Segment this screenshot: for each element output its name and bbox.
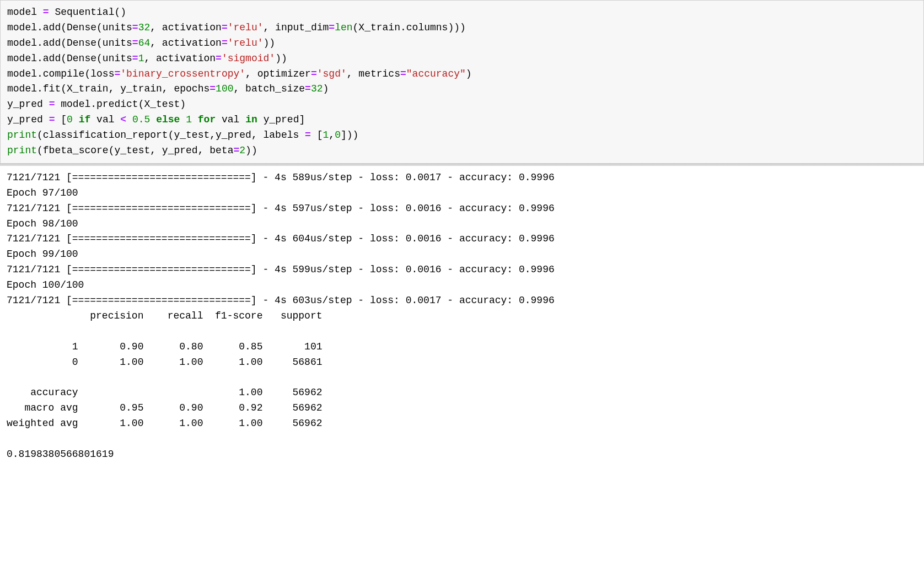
code-token: = [305,130,311,141]
code-token: model.add(Dense(units [7,22,132,33]
code-token [126,114,132,125]
code-token: [ [311,130,323,141]
code-token: in [245,114,257,125]
code-token: , metrics [347,68,400,79]
training-log-line: Epoch 100/100 [7,278,917,293]
code-token: for [198,114,216,125]
classification-report-row [7,324,917,340]
classification-report-row: 0 1.00 1.00 1.00 56861 [7,355,917,370]
code-token: 'sgd' [317,68,347,79]
code-token: else [156,114,180,125]
code-token: y_pred [7,99,49,110]
code-token: = [132,22,138,33]
code-token: print [7,130,37,141]
code-token: = [43,7,49,18]
code-token: = [132,53,138,64]
code-token: 1 [323,130,329,141]
code-line: model.compile(loss='binary_crossentropy'… [7,67,917,82]
code-line: model.add(Dense(units=64, activation='re… [7,36,917,51]
code-token: 'relu' [228,37,264,48]
code-token: = [222,22,228,33]
code-token [180,114,186,125]
fbeta-score-value: 0.8198380566801619 [7,447,917,462]
code-token: model.add(Dense(units [7,53,132,64]
code-token [192,114,198,125]
code-token: )) [264,37,276,48]
code-token: 0.5 [132,114,150,125]
training-log-line: Epoch 98/100 [7,217,917,232]
code-token: = [114,68,120,79]
code-token: = [209,83,216,94]
code-line: y_pred = [0 if val < 0.5 else 1 for val … [7,112,917,128]
code-token: 32 [138,22,151,33]
code-token: model.predict(X_test) [55,99,186,110]
code-token: len [335,22,352,33]
training-log-line: 7121/7121 [=============================… [7,170,917,186]
code-token: (fbeta_score(y_test, y_pred, beta [37,145,233,156]
code-token: 2 [239,145,245,156]
code-token: = [216,53,222,64]
code-token: = [132,37,138,48]
code-token: = [233,145,239,156]
code-token: (X_train.columns))) [353,22,466,33]
classification-report-row: 1 0.90 0.80 0.85 101 [7,340,917,355]
code-token: if [79,114,91,125]
code-token: 'binary_crossentropy' [120,68,245,79]
training-log-line: Epoch 97/100 [7,186,917,201]
code-token: = [311,68,317,79]
code-token: < [120,114,126,125]
code-line: print(fbeta_score(y_test, y_pred, beta=2… [7,143,917,159]
code-token: 100 [216,83,233,94]
code-token: = [222,37,228,48]
code-token: ) [323,83,329,94]
code-token: , activation [150,22,222,33]
classification-report-row: weighted avg 1.00 1.00 1.00 56962 [7,416,917,432]
code-token: y_pred] [257,114,305,125]
code-token: 'relu' [228,22,264,33]
code-token: (classification_report(y_test,y_pred, la… [37,130,305,141]
code-token: ) [466,68,472,79]
code-token: , activation [144,53,216,64]
code-token: 0 [335,130,341,141]
classification-report-row [7,370,917,385]
output-blank [7,432,917,447]
code-token [150,114,156,125]
training-log-line: Epoch 99/100 [7,247,917,262]
code-token: print [7,145,37,156]
code-token: model.add(Dense(units [7,37,132,48]
code-token: 1 [186,114,192,125]
classification-report-header: precision recall f1-score support [7,309,917,324]
code-token: , optimizer [245,68,311,79]
code-token: 32 [311,83,323,94]
training-log-line: 7121/7121 [=============================… [7,201,917,217]
code-token: 'sigmoid' [222,53,275,64]
code-token: 64 [138,37,151,48]
code-token: )) [275,53,287,64]
code-token: = [400,68,406,79]
code-token: = [329,22,335,33]
code-line: model.add(Dense(units=32, activation='re… [7,20,917,36]
code-token: [ [55,114,67,125]
training-log-line: 7121/7121 [=============================… [7,293,917,309]
code-token: , input_dim [264,22,329,33]
code-token: model [7,7,43,18]
training-log-line: 7121/7121 [=============================… [7,231,917,247]
code-line: model.add(Dense(units=1, activation='sig… [7,51,917,67]
code-token: = [305,83,311,94]
code-line: model = Sequential() [7,5,917,20]
code-token: Sequential() [49,7,126,18]
code-token: )) [245,145,257,156]
code-token [73,114,79,125]
code-token: y_pred [7,114,49,125]
code-token: 0 [67,114,73,125]
code-line: print(classification_report(y_test,y_pre… [7,128,917,143]
code-token: 1 [138,53,144,64]
code-line: y_pred = model.predict(X_test) [7,97,917,112]
code-token: = [49,99,55,110]
code-token: , activation [150,37,222,48]
code-input-cell[interactable]: model = Sequential()model.add(Dense(unit… [0,0,924,164]
training-log-line: 7121/7121 [=============================… [7,262,917,278]
code-token: , [329,130,335,141]
code-line: model.fit(X_train, y_train, epochs=100, … [7,82,917,97]
code-token: = [49,114,55,125]
